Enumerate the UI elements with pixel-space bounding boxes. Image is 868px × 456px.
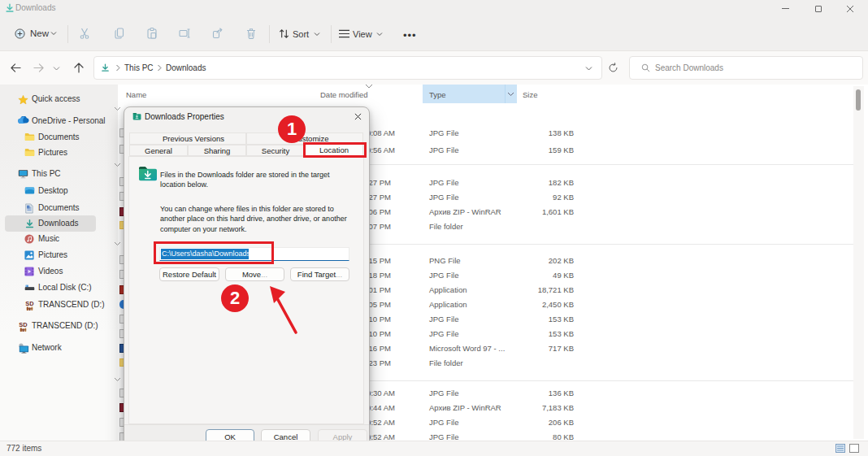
svg-text:SD: SD <box>25 300 34 307</box>
svg-text:SD: SD <box>19 321 28 328</box>
